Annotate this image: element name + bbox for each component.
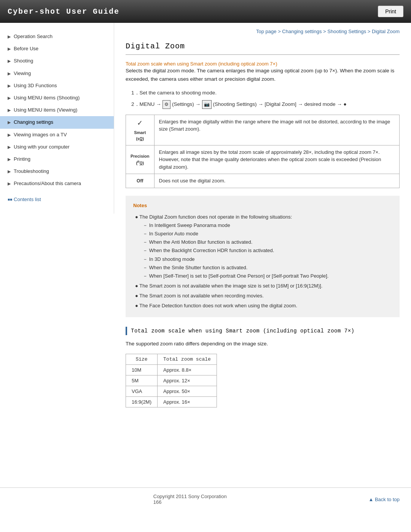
sub-note: In Superior Auto mode: [149, 231, 198, 236]
sub-note: When the Backlight Correction HDR functi…: [149, 248, 274, 253]
sidebar-label: Shooting: [14, 58, 108, 64]
print-button[interactable]: Print: [378, 6, 403, 17]
list-item: In 3D shooting mode: [143, 255, 392, 264]
sidebar-item-viewing[interactable]: ▶ Viewing: [0, 67, 114, 80]
page-header: Cyber-shot User Guide Print: [0, 0, 411, 23]
step-1: 1．Set the camera to shooting mode.: [131, 89, 400, 97]
table-cell-precision: Precision(PQ): [126, 145, 155, 174]
breadcrumb-shooting[interactable]: Shooting Settings: [327, 29, 366, 34]
notes-title: Notes: [133, 201, 392, 210]
zoom-cell: Approx. 50×: [158, 386, 217, 397]
sub-note: In 3D shooting mode: [149, 256, 195, 262]
table-cell-desc-off: Does not use the digital zoom.: [154, 174, 399, 188]
arrow-icon: ▶: [8, 46, 11, 52]
page-footer: Copyright 2011 Sony Corporation 166 Back…: [0, 487, 411, 511]
arrow-icon: ▶: [8, 120, 11, 125]
size-cell: VGA: [126, 386, 158, 397]
arrow-icon: ▶: [8, 107, 11, 113]
arrow-icon: ▶: [8, 169, 11, 174]
note-text: The Smart zoom is not available when rec…: [139, 293, 264, 299]
sidebar-label: Using with your computer: [14, 144, 108, 150]
sidebar-item-printing[interactable]: ▶ Printing: [0, 153, 114, 165]
note-text: The Smart zoom is not available when the…: [139, 283, 322, 289]
list-item: When the Backlight Correction HDR functi…: [143, 246, 392, 255]
zoom-cell: Approx. 16×: [158, 397, 217, 407]
notes-box: Notes The Digital Zoom function does not…: [126, 196, 400, 317]
table-cell-icon: ✓ Smart (sQ): [126, 115, 155, 145]
sidebar-item-shooting[interactable]: ▶ Shooting: [0, 55, 114, 67]
page-description: Selects the digital zoom mode. The camer…: [126, 67, 400, 83]
section-anchor-link[interactable]: Total zoom scale when using Smart zoom (…: [126, 61, 277, 67]
list-item: The Digital Zoom function does not opera…: [135, 213, 392, 280]
size-cell: 16:9(2M): [126, 397, 158, 407]
check-icon: ✓: [131, 118, 150, 128]
mode-label-off: Off: [131, 177, 150, 184]
table-row: 16:9(2M) Approx. 16×: [126, 397, 217, 407]
list-item: In Superior Auto mode: [143, 230, 392, 238]
step-2: 2．MENU → ⚙ (Settings) → 📷 (Shooting Sett…: [131, 100, 400, 109]
sidebar-label: Troubleshooting: [14, 168, 108, 175]
sidebar-item-using-computer[interactable]: ▶ Using with your computer: [0, 141, 114, 153]
list-item: The Smart zoom is not available when the…: [135, 282, 392, 290]
zoom-table: Size Total zoom scale 10M Approx. 8.8× 5…: [126, 354, 217, 407]
sidebar-item-changing-settings[interactable]: ▶ Changing settings: [0, 116, 114, 128]
col-header-zoom: Total zoom scale: [158, 354, 217, 365]
sidebar-item-viewing-tv[interactable]: ▶ Viewing images on a TV: [0, 129, 114, 141]
table-cell-desc-smart: Enlarges the image digitally within the …: [154, 115, 399, 145]
col-header-size: Size: [126, 354, 158, 365]
list-item: When [Self-Timer] is set to [Self-portra…: [143, 272, 392, 280]
sidebar-item-precautions[interactable]: ▶ Precautions/About this camera: [0, 177, 114, 190]
sub-note: When [Self-Timer] is set to [Self-portra…: [149, 273, 329, 279]
sidebar-label: Viewing images on a TV: [14, 131, 108, 138]
step2-prefix: 2．MENU →: [131, 101, 162, 107]
sidebar-item-before-use[interactable]: ▶ Before Use: [0, 43, 114, 55]
table-header-row: Size Total zoom scale: [126, 354, 217, 365]
notes-list: The Digital Zoom function does not opera…: [133, 213, 392, 310]
table-row: 5M Approx. 12×: [126, 375, 217, 386]
breadcrumb-current: Digital Zoom: [372, 29, 400, 34]
table-row: Off Does not use the digital zoom.: [126, 174, 400, 188]
app-title: Cyber-shot User Guide: [8, 7, 119, 16]
arrow-icon: ▶: [8, 181, 11, 187]
breadcrumb-sep1: >: [278, 29, 282, 34]
table-row: ✓ Smart (sQ) Enlarges the image digitall…: [126, 115, 400, 145]
size-cell: 10M: [126, 365, 158, 375]
note-text: The Face Detection function does not wor…: [139, 303, 297, 308]
mode-label-smart: Smart (sQ): [131, 129, 150, 142]
sub-note: In Intelligent Sweep Panorama mode: [149, 222, 230, 228]
sidebar-item-menu-viewing[interactable]: ▶ Using MENU items (Viewing): [0, 104, 114, 116]
sidebar-item-troubleshooting[interactable]: ▶ Troubleshooting: [0, 165, 114, 177]
sidebar-label: Printing: [14, 156, 108, 163]
step2-settings: (Settings) →: [172, 101, 202, 107]
sidebar: ▶ Operation Search ▶ Before Use ▶ Shooti…: [0, 23, 114, 214]
sub-note: When the Anti Motion Blur function is ac…: [149, 239, 253, 245]
arrow-icon: ▶: [8, 132, 11, 138]
sidebar-label: Operation Search: [14, 33, 108, 40]
breadcrumb-changing[interactable]: Changing settings: [282, 29, 322, 34]
list-item: In Intelligent Sweep Panorama mode: [143, 221, 392, 230]
arrow-icon: ▶: [8, 157, 11, 162]
sidebar-label: Viewing: [14, 70, 108, 77]
sub-note: When the Smile Shutter function is activ…: [149, 265, 248, 270]
sidebar-item-using-3d[interactable]: ▶ Using 3D Functions: [0, 80, 114, 92]
list-item: The Face Detection function does not wor…: [135, 302, 392, 310]
table-cell-desc-precision: Enlarges all image sizes by the total zo…: [154, 145, 399, 174]
arrow-icon: ▶: [8, 95, 11, 101]
table-cell-off: Off: [126, 174, 155, 188]
sidebar-label: Using MENU items (Shooting): [14, 94, 108, 101]
list-item: When the Anti Motion Blur function is ac…: [143, 238, 392, 246]
page-title: Digital Zoom: [126, 42, 400, 55]
arrow-icon: ▶: [8, 144, 11, 150]
sidebar-label: Precautions/About this camera: [14, 180, 108, 187]
arrow-icon: ▶: [8, 34, 11, 40]
breadcrumb-sep2: >: [323, 29, 327, 34]
contents-list-link[interactable]: Contents list: [0, 193, 114, 206]
sidebar-item-operation-search[interactable]: ▶ Operation Search: [0, 30, 114, 43]
section-heading: Total zoom scale when using Smart zoom (…: [126, 327, 400, 335]
back-to-top-link[interactable]: Back to top: [368, 497, 400, 502]
breadcrumb-top[interactable]: Top page: [256, 29, 277, 34]
mode-label-precision: Precision(PQ): [131, 153, 150, 166]
shooting-icon: 📷: [202, 100, 212, 109]
sidebar-item-menu-shooting[interactable]: ▶ Using MENU items (Shooting): [0, 92, 114, 104]
arrow-icon: ▶: [8, 58, 11, 64]
